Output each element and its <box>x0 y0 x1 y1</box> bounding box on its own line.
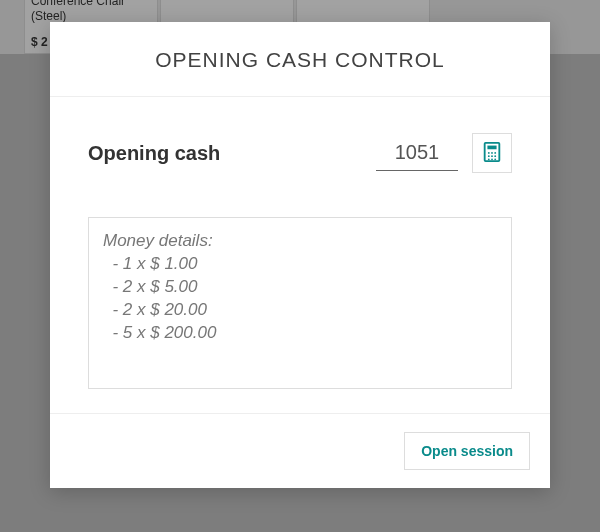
modal-header: OPENING CASH CONTROL <box>50 22 550 97</box>
calculator-button[interactable] <box>472 133 512 173</box>
opening-cash-input[interactable] <box>376 135 458 171</box>
money-details-textarea[interactable] <box>88 217 512 389</box>
calculator-icon <box>481 141 503 166</box>
modal-footer: Open session <box>50 413 550 488</box>
svg-point-3 <box>491 152 493 154</box>
svg-point-4 <box>494 152 496 154</box>
svg-point-6 <box>491 155 493 157</box>
svg-rect-1 <box>487 145 496 149</box>
svg-point-10 <box>494 158 496 160</box>
opening-cash-label: Opening cash <box>88 142 220 165</box>
input-group <box>376 133 512 173</box>
opening-cash-modal: OPENING CASH CONTROL Opening cash <box>50 22 550 488</box>
modal-body: Opening cash <box>50 97 550 413</box>
opening-cash-row: Opening cash <box>88 133 512 173</box>
modal-title: OPENING CASH CONTROL <box>70 48 530 72</box>
svg-point-9 <box>491 158 493 160</box>
svg-point-5 <box>488 155 490 157</box>
svg-point-2 <box>488 152 490 154</box>
svg-point-8 <box>488 158 490 160</box>
svg-point-7 <box>494 155 496 157</box>
open-session-button[interactable]: Open session <box>404 432 530 470</box>
